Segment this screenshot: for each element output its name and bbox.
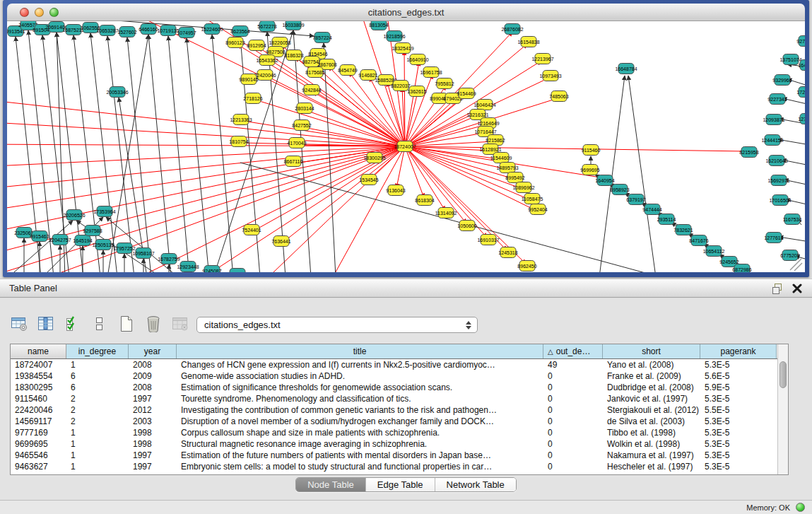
network-node[interactable]: 15224600 <box>201 24 223 35</box>
network-node[interactable]: 7832621 <box>673 225 693 235</box>
network-node[interactable]: 18325419 <box>392 43 413 54</box>
network-node[interactable]: 9242844 <box>302 85 321 95</box>
show-column-icon[interactable] <box>37 315 55 333</box>
network-node[interactable]: 8471676 <box>689 235 708 246</box>
network-node[interactable]: 8623564 <box>230 26 249 37</box>
network-node[interactable]: 8187512 <box>228 269 247 273</box>
network-node[interactable]: 9699695 <box>580 165 599 175</box>
tab-node-table[interactable]: Node Table <box>296 478 366 491</box>
network-node[interactable]: 8175685 <box>305 67 324 78</box>
network-node[interactable]: 15692971 <box>767 175 789 186</box>
network-node[interactable]: 19218596 <box>383 31 405 42</box>
network-node[interactable]: 10653287 <box>96 25 118 36</box>
scrollbar-thumb[interactable] <box>779 361 787 388</box>
network-node[interactable]: 16961758 <box>420 67 442 78</box>
table-row[interactable]: 969969511998Structural magnetic resonanc… <box>11 438 777 450</box>
tab-edge-table[interactable]: Edge Table <box>366 478 435 491</box>
network-node[interactable]: 9245087 <box>202 266 221 273</box>
network-node[interactable]: 11314092 <box>435 208 457 218</box>
close-window-icon[interactable] <box>20 8 29 17</box>
network-node[interactable]: 12213967 <box>531 54 553 64</box>
network-node[interactable]: 20053346 <box>106 87 128 98</box>
network-node[interactable]: 1534545 <box>359 175 378 185</box>
network-node[interactable]: 9154469 <box>457 88 476 99</box>
network-node[interactable]: 16910317 <box>477 235 499 245</box>
network-node[interactable]: 4170043 <box>287 138 306 148</box>
network-node[interactable]: 9136043 <box>386 185 405 196</box>
network-node[interactable]: 9277437 <box>796 36 805 47</box>
network-node[interactable]: 12213363 <box>230 115 252 125</box>
network-node[interactable]: 2935114 <box>657 214 676 225</box>
network-node[interactable]: 7636441 <box>271 236 290 247</box>
network-node[interactable]: 11544609 <box>490 153 512 163</box>
network-node[interactable]: 1050600 <box>457 221 476 231</box>
minimize-window-icon[interactable] <box>35 8 44 17</box>
new-table-icon[interactable] <box>117 315 136 333</box>
column-header-year[interactable]: year <box>129 344 177 358</box>
network-node[interactable]: 9890145 <box>239 74 258 85</box>
zoom-window-icon[interactable] <box>49 8 59 17</box>
table-row[interactable]: 911546021997Tourette syndrome. Phenomeno… <box>11 393 777 404</box>
network-node[interactable]: 16210643 <box>765 156 787 166</box>
column-header-out_de[interactable]: △out_de… <box>543 344 603 358</box>
network-node[interactable]: 1167534 <box>783 214 802 225</box>
network-node[interactable]: 17353964 <box>93 206 115 217</box>
network-node[interactable]: 8215958 <box>739 147 758 158</box>
network-node[interactable]: 16782759 <box>158 254 180 264</box>
delete-table-icon[interactable] <box>144 315 163 333</box>
tab-network-table[interactable]: Network Table <box>435 478 516 491</box>
vertical-scrollbar[interactable] <box>777 344 788 474</box>
network-node[interactable]: 8427552 <box>292 120 311 131</box>
network-node[interactable]: 16046424 <box>473 100 495 110</box>
network-node[interactable]: 8960123 <box>225 37 245 48</box>
network-node[interactable]: 1245318 <box>498 247 517 258</box>
network-node[interactable]: 6872986 <box>732 264 751 273</box>
network-node[interactable]: 8667110 <box>284 156 303 167</box>
close-panel-icon[interactable] <box>792 284 802 293</box>
network-canvas[interactable]: 9913541240557289150462069140616875212106… <box>7 21 805 272</box>
network-node[interactable]: 5672278 <box>257 21 276 32</box>
network-node[interactable]: 1277618 <box>764 233 783 243</box>
network-node[interactable]: 1640954 <box>595 175 614 186</box>
table-row[interactable]: 946554611997Estimation of the future num… <box>11 450 777 461</box>
network-node[interactable]: 16154838 <box>517 37 539 47</box>
network-node[interactable]: 9297588 <box>83 226 102 236</box>
network-node[interactable]: 6466160 <box>139 24 158 35</box>
network-node[interactable]: 16648784 <box>615 64 637 74</box>
table-row[interactable]: 977716911998Corpus callosum shape and si… <box>11 427 777 438</box>
network-node[interactable]: 7524401 <box>242 225 261 235</box>
table-row[interactable]: 946362711997Embryonic stem cells: a mode… <box>11 461 777 472</box>
table-row[interactable]: 1456911722003Disruption of a novel membe… <box>11 416 777 427</box>
network-node[interactable]: 9329966 <box>772 75 792 86</box>
network-node[interactable]: 8958923 <box>610 185 629 195</box>
network-node[interactable]: 8995492 <box>505 173 524 183</box>
import-table-icon[interactable] <box>171 315 189 333</box>
network-node[interactable]: 8912954 <box>247 40 266 51</box>
network-node[interactable]: 16640910 <box>406 54 428 65</box>
table-row[interactable]: 1938455462009Genome-wide association stu… <box>11 370 777 382</box>
network-node[interactable]: 1074957 <box>177 28 196 38</box>
table-row[interactable]: 1830029562008Estimation of significance … <box>11 382 777 393</box>
network-node[interactable]: 8618304 <box>415 195 434 206</box>
memory-ok-indicator-icon[interactable] <box>796 503 805 512</box>
network-node[interactable]: 6379197 <box>626 194 645 205</box>
network-node[interactable]: 6775208 <box>780 250 799 261</box>
network-node[interactable]: 9952404 <box>528 204 547 215</box>
network-node[interactable]: 12923448 <box>177 262 199 272</box>
network-node[interactable]: 1645194 <box>73 235 92 246</box>
column-header-in_degree[interactable]: in_degree <box>66 344 129 358</box>
network-node[interactable]: 10896962 <box>512 182 534 193</box>
column-header-name[interactable]: name <box>11 344 66 358</box>
network-node[interactable]: 9474444 <box>642 204 661 215</box>
network-node[interactable]: 2718126 <box>243 93 262 104</box>
network-node[interactable]: 12444154 <box>761 135 783 146</box>
select-columns-icon[interactable] <box>64 315 82 333</box>
network-node[interactable]: 1362615 <box>407 86 426 97</box>
network-node[interactable]: 7955812 <box>435 78 454 89</box>
network-node[interactable]: 8454749 <box>338 65 357 76</box>
network-node[interactable]: 11058475 <box>522 194 543 204</box>
column-header-title[interactable]: title <box>177 344 543 358</box>
network-node[interactable]: 16033809 <box>282 21 304 30</box>
network-node[interactable]: 20206526 <box>63 210 85 221</box>
network-node[interactable]: 17016504 <box>769 195 791 206</box>
